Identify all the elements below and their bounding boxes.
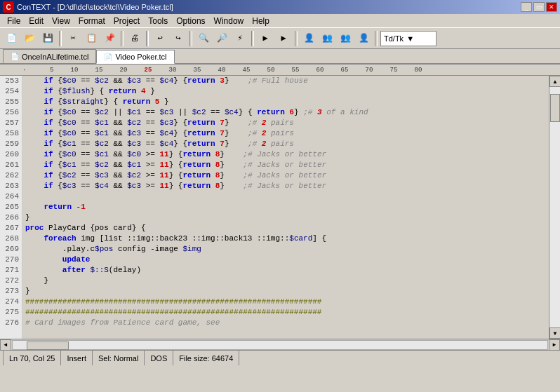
code-line: .play.c$pos config -image $img [25,244,549,255]
dropdown-arrow: ▼ [406,34,414,43]
find-next-button[interactable]: 🔎 [213,30,230,47]
h-scroll-track[interactable] [12,340,548,350]
save-button[interactable]: 💾 [39,30,56,47]
menu-view[interactable]: View [48,15,74,27]
code-line: ########################################… [25,297,549,307]
replace-button[interactable]: ⚡ [232,30,248,47]
line-numbers: 2532542552562572582592602612622632642652… [0,76,22,339]
line-number: 274 [0,297,22,307]
code-line: if {$c0 == $c2 && $c3 == $c4} {return 3}… [25,76,549,86]
line-number: 257 [0,118,22,128]
menu-help[interactable]: Help [248,15,274,27]
window-controls[interactable]: _ ▭ ✕ [521,2,557,12]
profile3[interactable]: 👥 [337,30,354,47]
tab-videopoker[interactable]: 📄 Video Poker.tcl [96,50,174,64]
menu-tools[interactable]: Tools [144,15,172,27]
sep4 [189,31,192,46]
line-number: 253 [0,76,22,86]
code-line: } [25,286,549,297]
open-button[interactable]: 📂 [21,30,38,47]
menu-format[interactable]: Format [74,15,109,27]
vertical-scrollbar[interactable]: ▲ ▼ [549,76,560,339]
line-number: 270 [0,255,22,265]
line-number: 273 [0,286,22,297]
cursor-position: Ln 70, Col 25 [3,351,61,365]
line-number: 265 [0,202,22,212]
selection-mode: Sel: Normal [93,351,145,365]
h-scroll-thumb[interactable] [27,342,69,350]
exec-button[interactable]: ▶ [275,30,292,47]
code-editor[interactable]: if {$c0 == $c2 && $c3 == $c4} {return 3}… [22,76,549,339]
toolbar: 📄 📂 💾 ✂ 📋 📌 🖨 ↩ ↪ 🔍 🔎 ⚡ ▶ ▶ 👤 👥 👥 👤 Td/T… [0,28,560,49]
menu-options[interactable]: Options [172,15,209,27]
line-number: 260 [0,149,22,160]
menu-project[interactable]: Project [109,15,144,27]
tab-label-1: OnceInALifetime.tcl [22,53,88,61]
new-button[interactable]: 📄 [3,30,20,47]
scroll-right-button[interactable]: ► [549,339,560,351]
sep5 [251,31,254,46]
close-button[interactable]: ✕ [546,2,557,12]
line-number: 259 [0,139,22,149]
editor-area: 2532542552562572582592602612622632642652… [0,76,560,339]
app-icon: C [3,1,14,13]
highlight-button[interactable]: ▶ [257,30,274,47]
title-bar: C ConTEXT - [D:\dl\dcl\stock\tcl\Video P… [0,0,560,14]
code-line: if {$c0 == $c1 && $c3 == $c4} {return 7}… [25,128,549,139]
sep2 [121,31,124,46]
line-number: 258 [0,128,22,139]
scroll-up-button[interactable]: ▲ [549,76,560,87]
insert-mode: Insert [61,351,93,365]
line-number: 276 [0,318,22,328]
profile1[interactable]: 👤 [300,30,317,47]
profile2[interactable]: 👥 [319,30,335,47]
code-line: ########################################… [25,307,549,318]
line-number: 255 [0,97,22,107]
file-size: File size: 64674 [173,351,239,365]
sep6 [295,31,298,46]
line-number: 271 [0,265,22,276]
cut-button[interactable]: ✂ [65,30,81,47]
code-line: after $::S(delay) [25,265,549,276]
scroll-track[interactable] [549,87,560,327]
scroll-left-button[interactable]: ◄ [0,339,11,351]
code-line: if {$c3 == $c4 && $c3 >= 11} {return 8} … [25,181,549,191]
paste-button[interactable]: 📌 [101,30,118,47]
syntax-dropdown[interactable]: Td/Tk ▼ [380,31,436,46]
line-number: 266 [0,212,22,223]
tab-bar: 📄 OnceInALifetime.tcl 📄 Video Poker.tcl [0,49,560,65]
restore-button[interactable]: ▭ [533,2,545,12]
tab-once[interactable]: 📄 OnceInALifetime.tcl [3,49,96,63]
tab-icon-2: 📄 [104,53,112,61]
scroll-thumb[interactable] [550,94,560,122]
undo-button[interactable]: ↩ [152,30,168,47]
line-number: 262 [0,170,22,181]
code-line: } [25,212,549,223]
code-line: # Card images from Patience card game, s… [25,318,549,328]
line-number: 264 [0,191,22,202]
menu-edit[interactable]: Edit [25,15,48,27]
tab-icon-1: 📄 [11,53,19,60]
line-number: 263 [0,181,22,191]
scroll-down-button[interactable]: ▼ [549,327,560,339]
code-line: if {$c0 == $c2 || $c1 == $c3 || $c2 == $… [25,107,549,118]
menu-file[interactable]: File [3,15,25,27]
code-line: update [25,255,549,265]
copy-button[interactable]: 📋 [83,30,100,47]
code-line: if {$c0 == $c1 && $c2 == $c3} {return 7}… [25,118,549,128]
ruler: · 5 10 15 20 25 30 35 40 45 50 55 60 65 … [0,65,560,76]
code-line: foreach img [list ::img::back23 ::img::b… [25,234,549,244]
horizontal-scrollbar[interactable]: ◄ ► [0,339,560,350]
status-bar: Ln 70, Col 25 Insert Sel: Normal DOS Fil… [0,350,560,365]
minimize-button[interactable]: _ [521,2,532,12]
line-number: 269 [0,244,22,255]
menu-bar: File Edit View Format Project Tools Opti… [0,14,560,28]
code-line: } [25,276,549,286]
tab-label-2: Video Poker.tcl [115,53,166,61]
menu-window[interactable]: Window [210,15,248,27]
redo-button[interactable]: ↪ [170,30,187,47]
code-line: if {$c0 == $c1 && $c0 >= 11} {return 8} … [25,149,549,160]
print-button[interactable]: 🖨 [126,30,143,47]
profile4[interactable]: 👤 [355,30,372,47]
find-button[interactable]: 🔍 [195,30,212,47]
